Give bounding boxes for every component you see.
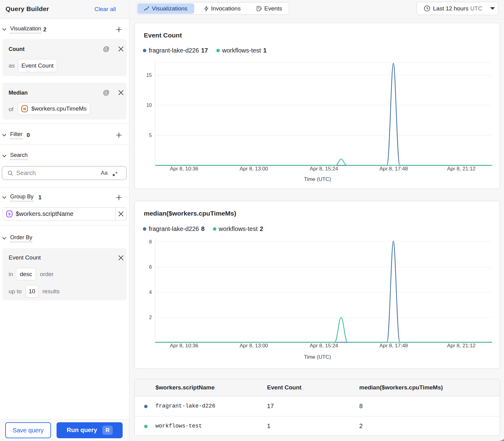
- svg-text:Apr 8, 15:24: Apr 8, 15:24: [310, 166, 338, 172]
- svg-text:6: 6: [149, 264, 152, 270]
- svg-text:2: 2: [149, 315, 152, 320]
- svg-text:Apr 8, 17:48: Apr 8, 17:48: [380, 343, 408, 349]
- svg-text:5: 5: [149, 133, 152, 138]
- svg-text:10: 10: [146, 103, 152, 108]
- svg-text:Apr 8, 17:48: Apr 8, 17:48: [380, 166, 408, 172]
- svg-text:Apr 8, 21:12: Apr 8, 21:12: [447, 343, 476, 349]
- svg-text:Apr 8, 13:00: Apr 8, 13:00: [240, 166, 268, 172]
- svg-text:Time (UTC): Time (UTC): [304, 176, 331, 182]
- svg-text:Apr 8, 10:36: Apr 8, 10:36: [170, 166, 199, 172]
- svg-text:*: *: [115, 170, 118, 177]
- svg-text:4: 4: [149, 290, 152, 295]
- svg-text:8: 8: [149, 239, 152, 244]
- svg-text:S: S: [8, 212, 11, 216]
- svg-text:Apr 8, 13:00: Apr 8, 13:00: [240, 343, 268, 349]
- svg-text:Time (UTC): Time (UTC): [304, 354, 331, 360]
- svg-text:Apr 8, 21:12: Apr 8, 21:12: [447, 166, 476, 172]
- svg-text:N: N: [23, 107, 26, 111]
- svg-text:15: 15: [146, 72, 152, 78]
- svg-text:Apr 8, 15:24: Apr 8, 15:24: [310, 343, 338, 349]
- svg-text:Apr 8, 10:36: Apr 8, 10:36: [170, 343, 199, 349]
